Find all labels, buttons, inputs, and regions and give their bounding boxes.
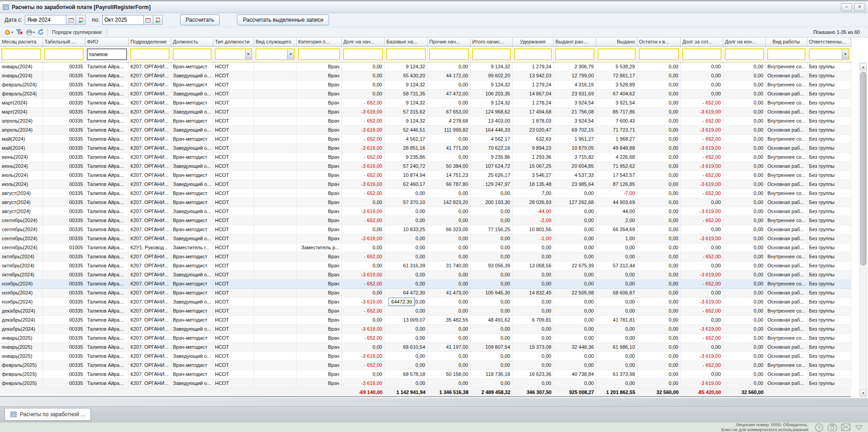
table-row[interactable]: август(2024)00335Талипов Айра...К207. ОР… <box>0 189 851 198</box>
cell[interactable]: НСОТ <box>213 261 254 270</box>
filter-column-16-input[interactable] <box>683 52 721 57</box>
cell[interactable]: 0,00 <box>341 342 384 351</box>
cell[interactable]: -3 619,00 <box>680 351 723 361</box>
column-header-12[interactable]: Удержания <box>512 38 553 46</box>
cell[interactable]: НСОТ <box>213 370 254 379</box>
cell[interactable]: 9 124,32 <box>384 62 427 71</box>
cell[interactable]: НСОТ <box>213 98 254 107</box>
cell[interactable] <box>254 134 296 143</box>
cell[interactable]: Талипов Айра... <box>85 143 128 152</box>
cell[interactable]: 23 020,47 <box>512 125 553 134</box>
cell[interactable]: Внутреннее со... <box>765 252 807 261</box>
cell[interactable]: 00335 <box>42 234 85 243</box>
cell[interactable]: -3 619,00 <box>341 351 384 361</box>
cell[interactable]: Талипов Айра... <box>85 116 128 125</box>
cell[interactable]: 40 738,84 <box>553 370 596 379</box>
cell[interactable]: Без группы <box>807 161 851 171</box>
cell[interactable] <box>254 62 296 71</box>
cell[interactable]: Без группы <box>807 125 851 134</box>
cell[interactable]: 4 278,68 <box>427 116 470 125</box>
cell[interactable]: Без группы <box>807 134 851 143</box>
cell[interactable]: НСОТ <box>213 143 254 152</box>
filter-column-12-input[interactable] <box>515 52 551 57</box>
filter-column-5-input[interactable] <box>216 52 245 57</box>
cell[interactable]: -3 619,00 <box>680 270 723 279</box>
cell[interactable]: 0,00 <box>427 279 470 288</box>
cell[interactable]: 20 604,85 <box>553 161 596 171</box>
cell[interactable]: К207. ОРГАНИ... <box>128 80 171 89</box>
filter-column-1-input[interactable] <box>45 52 83 57</box>
cell[interactable]: 0,00 <box>470 333 512 342</box>
cell[interactable]: К207. ОРГАНИ... <box>128 361 171 370</box>
cell[interactable]: 0,00 <box>384 333 427 342</box>
cell[interactable]: 0,00 <box>723 152 765 161</box>
cell[interactable] <box>254 234 296 243</box>
cell[interactable]: Врач-методист <box>171 288 213 297</box>
cell[interactable]: 0,00 <box>596 324 637 333</box>
calculate-button[interactable]: Рассчитать <box>180 14 220 25</box>
filter-column-13-input[interactable] <box>556 52 594 57</box>
cell[interactable] <box>254 180 296 189</box>
cell[interactable]: 0,00 <box>723 342 765 351</box>
cell[interactable]: 0,00 <box>384 379 427 388</box>
cell[interactable]: 164 446,33 <box>470 125 512 134</box>
cell[interactable] <box>254 171 296 180</box>
cell[interactable]: Без группы <box>807 324 851 333</box>
table-row[interactable]: февраль(2025)00335Талипов Айра...К207. О… <box>0 361 851 370</box>
cell[interactable]: Основная раб... <box>765 71 807 80</box>
cell[interactable]: Внутреннее со... <box>765 279 807 288</box>
cell[interactable]: Без группы <box>807 342 851 351</box>
cell[interactable]: К207. ОРГАНИ... <box>128 333 171 342</box>
cell[interactable]: 0,00 <box>723 252 765 261</box>
cell[interactable]: 00335 <box>42 361 85 370</box>
cell[interactable]: 00335 <box>42 180 85 189</box>
cell[interactable]: 0,00 <box>723 288 765 297</box>
cell[interactable]: 0,00 <box>637 333 680 342</box>
cell[interactable]: Без группы <box>807 279 851 288</box>
cell[interactable]: К207. ОРГАНИ... <box>128 107 171 116</box>
cell[interactable]: - 652,00 <box>680 134 723 143</box>
table-row[interactable]: октябрь(2024)00335Талипов Айра...К207. О… <box>0 252 851 261</box>
cell[interactable]: Талипов Айра... <box>85 161 128 171</box>
table-row[interactable]: апрель(2024)00335Талипов Айра...К207. ОР… <box>0 125 851 134</box>
cell[interactable]: 0,00 <box>637 279 680 288</box>
filter-column-8-input[interactable] <box>344 52 382 57</box>
cell[interactable]: НСОТ <box>213 324 254 333</box>
cell[interactable]: Врач <box>296 207 341 216</box>
cell[interactable]: Врач-методист <box>171 171 213 180</box>
table-row[interactable]: май(2024)00335Талипов Айра...К207. ОРГАН… <box>0 143 851 152</box>
cell[interactable]: 9 124,32 <box>384 80 427 89</box>
cell[interactable]: июнь(2024) <box>0 152 42 161</box>
cell[interactable]: К207. ОРГАНИ... <box>128 207 171 216</box>
cell[interactable]: 31 740,00 <box>427 261 470 270</box>
cell[interactable]: 7,00 <box>512 189 553 198</box>
cell[interactable]: 124 968,62 <box>470 107 512 116</box>
cell[interactable]: Основная раб... <box>765 161 807 171</box>
cell[interactable]: Основная раб... <box>765 315 807 324</box>
table-row[interactable]: сентябрь(2024)00335Талипов Айра...К207. … <box>0 234 851 243</box>
cell[interactable] <box>254 89 296 98</box>
cell[interactable]: К207. ОРГАНИ... <box>128 324 171 333</box>
cell[interactable]: 0,00 <box>637 270 680 279</box>
cell[interactable]: Талипов Айра... <box>85 125 128 134</box>
filter-column-18-input[interactable] <box>768 52 805 57</box>
table-row[interactable]: декабрь(2024)00335Талипов Айра...К207. О… <box>0 306 851 315</box>
cell[interactable]: Талипов Айра... <box>85 288 128 297</box>
cell[interactable]: Врач <box>296 143 341 152</box>
cell[interactable]: ноябрь(2024) <box>0 279 42 288</box>
cell[interactable]: К207. ОРГАНИ... <box>128 180 171 189</box>
cell[interactable]: -3 619,00 <box>341 207 384 216</box>
filter-column-15-input[interactable] <box>640 52 678 57</box>
cell[interactable]: НСОТ <box>213 161 254 171</box>
cell[interactable]: 50 384,00 <box>427 161 470 171</box>
cell[interactable]: 00335 <box>42 324 85 333</box>
cell[interactable]: 0,00 <box>723 279 765 288</box>
cell[interactable]: 44 903,69 <box>596 198 637 207</box>
filter-column-4-input[interactable] <box>174 52 211 57</box>
cell[interactable] <box>254 243 296 252</box>
cell[interactable] <box>254 189 296 198</box>
cell[interactable]: 21 756,08 <box>553 107 596 116</box>
cell[interactable]: 4 316,19 <box>553 80 596 89</box>
cell[interactable]: 0,00 <box>723 216 765 225</box>
cell[interactable]: 0,00 <box>470 279 512 288</box>
